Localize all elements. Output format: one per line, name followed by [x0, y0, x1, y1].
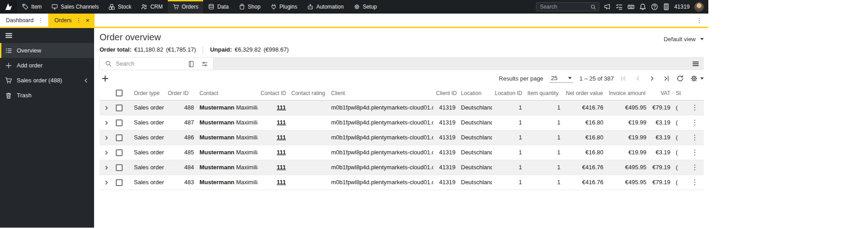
- tab-menu-icon[interactable]: ⋮: [38, 17, 43, 24]
- cart-icon: [173, 4, 179, 10]
- user-avatar[interactable]: [694, 2, 704, 12]
- column-header-contact[interactable]: Contact: [197, 86, 258, 100]
- cell-status: (: [673, 100, 686, 115]
- chevron-down-icon: [568, 77, 572, 79]
- table-row[interactable]: Sales order485Mustermann Maximilian111m0…: [100, 145, 704, 160]
- contact-id-link[interactable]: 111: [277, 179, 286, 186]
- view-selector[interactable]: Default view: [664, 36, 704, 43]
- cell-order_type: Sales order: [131, 145, 165, 160]
- column-header-vat[interactable]: VAT: [649, 86, 673, 100]
- menu-item-stock[interactable]: Stock: [104, 0, 136, 14]
- column-header-location[interactable]: Location: [458, 86, 492, 100]
- calculator-icon[interactable]: [663, 3, 670, 10]
- column-header-order_id[interactable]: Order ID: [165, 86, 197, 100]
- results-per-page-select[interactable]: 25: [550, 74, 573, 83]
- row-menu-icon[interactable]: ⋮: [691, 163, 698, 171]
- menu-item-sales-channels[interactable]: Sales Channels: [47, 0, 104, 14]
- row-menu-icon[interactable]: ⋮: [691, 148, 698, 156]
- menu-item-item[interactable]: Item: [17, 0, 47, 14]
- menu-item-orders[interactable]: Orders: [168, 0, 204, 14]
- filter-sliders-icon[interactable]: [201, 60, 208, 68]
- notifications-bell-icon[interactable]: [639, 3, 646, 10]
- row-menu-icon[interactable]: ⋮: [691, 104, 698, 111]
- chevron-left-icon[interactable]: [82, 76, 90, 84]
- global-search-input[interactable]: [540, 4, 588, 10]
- book-icon[interactable]: [188, 60, 194, 68]
- table-row[interactable]: Sales order488Mustermann Maximilian111m0…: [100, 100, 704, 115]
- cell-expand[interactable]: [100, 160, 113, 175]
- table-row[interactable]: Sales order483Mustermann Maximilian111m0…: [100, 175, 704, 190]
- row-checkbox[interactable]: [116, 164, 123, 171]
- sidebar-item-trash[interactable]: Trash: [0, 88, 94, 103]
- column-header-order_type[interactable]: Order type: [131, 86, 165, 100]
- sidebar: Overview Add order Sales order (488) Tra…: [0, 28, 94, 228]
- help-icon[interactable]: [651, 3, 658, 10]
- column-header-contact_id[interactable]: Contact ID: [258, 86, 289, 100]
- contact-id-link[interactable]: 111: [277, 164, 286, 171]
- column-header-item_quantity[interactable]: Item quantity: [525, 86, 563, 100]
- row-checkbox[interactable]: [116, 105, 123, 111]
- previous-page-icon[interactable]: [634, 75, 642, 82]
- column-header-net_order_value[interactable]: Net order value: [563, 86, 606, 100]
- contact-id-link[interactable]: 111: [277, 149, 286, 156]
- row-menu-icon[interactable]: ⋮: [691, 134, 698, 141]
- column-header-status[interactable]: St: [673, 86, 686, 100]
- tab-close-icon[interactable]: ×: [85, 17, 90, 24]
- tasks-icon[interactable]: [616, 3, 623, 10]
- contact-id-link[interactable]: 111: [277, 104, 286, 111]
- cell-location: Deutschland: [458, 175, 492, 190]
- refresh-icon[interactable]: [676, 75, 684, 82]
- cell-expand[interactable]: [100, 100, 113, 115]
- cell-expand[interactable]: [100, 175, 113, 190]
- tab-orders[interactable]: Orders ⋮ ×: [48, 14, 95, 27]
- tab-menu-icon[interactable]: ⋮: [76, 17, 81, 24]
- menu-item-data[interactable]: Data: [203, 0, 233, 14]
- sidebar-item-sales-order[interactable]: Sales order (488): [0, 73, 94, 88]
- menu-item-crm[interactable]: CRM: [136, 0, 167, 14]
- bag-icon: [239, 4, 245, 10]
- sidebar-item-overview[interactable]: Overview: [0, 43, 94, 58]
- first-page-icon[interactable]: [620, 75, 628, 82]
- plentymarkets-logo[interactable]: [0, 0, 17, 14]
- menu-item-label: Setup: [363, 4, 377, 10]
- menu-item-plugins[interactable]: Plugins: [266, 0, 302, 14]
- column-header-client_id[interactable]: Client ID: [433, 86, 458, 100]
- megaphone-icon[interactable]: [604, 3, 611, 10]
- next-page-icon[interactable]: [648, 75, 656, 82]
- last-page-icon[interactable]: [662, 75, 670, 82]
- row-menu-icon[interactable]: ⋮: [691, 178, 698, 186]
- tab-bar-overflow-icon[interactable]: ⋮: [690, 14, 708, 27]
- menu-item-automation[interactable]: Automation: [302, 0, 349, 14]
- row-checkbox[interactable]: [116, 179, 123, 186]
- view-list-icon[interactable]: [692, 60, 704, 67]
- sidebar-item-add-order[interactable]: Add order: [0, 58, 94, 73]
- cell-location: Deutschland: [458, 145, 492, 160]
- cell-expand[interactable]: [100, 115, 113, 130]
- table-row[interactable]: Sales order484Mustermann Maximilian111m0…: [100, 160, 704, 175]
- menu-item-setup[interactable]: Setup: [349, 0, 382, 14]
- table-search-input[interactable]: [116, 60, 184, 67]
- column-header-invoice_amount[interactable]: Invoice amount: [606, 86, 649, 100]
- add-order-button[interactable]: [101, 75, 109, 82]
- cell-expand[interactable]: [100, 145, 113, 160]
- cell-expand[interactable]: [100, 130, 113, 145]
- row-checkbox[interactable]: [116, 134, 123, 141]
- table-settings-button[interactable]: [690, 75, 704, 82]
- menu-item-shop[interactable]: Shop: [234, 0, 266, 14]
- column-header-client[interactable]: Client: [328, 86, 433, 100]
- sidebar-collapse-button[interactable]: [0, 28, 94, 43]
- select-all-checkbox[interactable]: [116, 90, 123, 96]
- table-row[interactable]: Sales order486Mustermann Maximilian111m0…: [100, 130, 704, 145]
- column-header-location_id[interactable]: Location ID: [492, 86, 525, 100]
- table-row[interactable]: Sales order487Mustermann Maximilian111m0…: [100, 115, 704, 130]
- tab-dashboard[interactable]: Dashboard ⋮: [0, 14, 48, 27]
- row-menu-icon[interactable]: ⋮: [691, 119, 698, 126]
- plus-icon: [101, 75, 109, 82]
- row-checkbox[interactable]: [116, 119, 123, 126]
- contact-id-link[interactable]: 111: [277, 119, 286, 126]
- keyboard-icon[interactable]: [627, 3, 635, 10]
- row-checkbox[interactable]: [116, 149, 123, 156]
- storefront-icon: [52, 4, 58, 10]
- column-header-contact_rating[interactable]: Contact rating: [289, 86, 328, 100]
- contact-id-link[interactable]: 111: [277, 134, 286, 141]
